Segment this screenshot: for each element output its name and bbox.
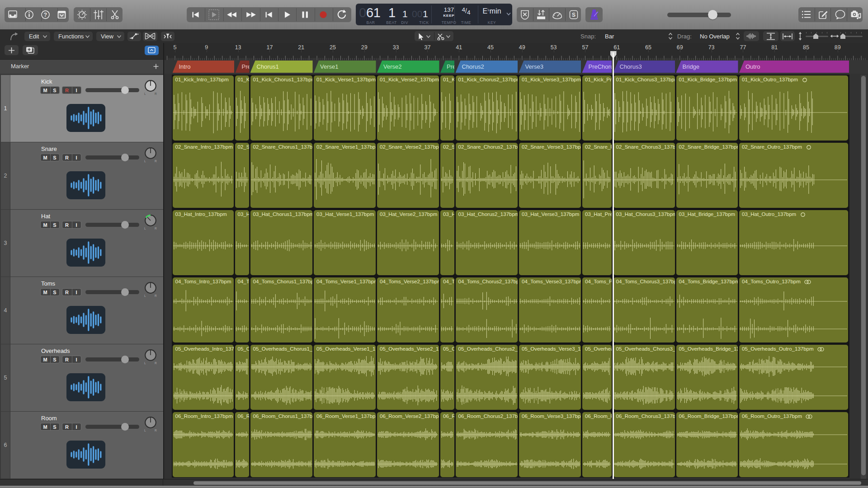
svg-text:?: ? <box>44 12 47 18</box>
svg-text:S: S <box>572 12 576 18</box>
